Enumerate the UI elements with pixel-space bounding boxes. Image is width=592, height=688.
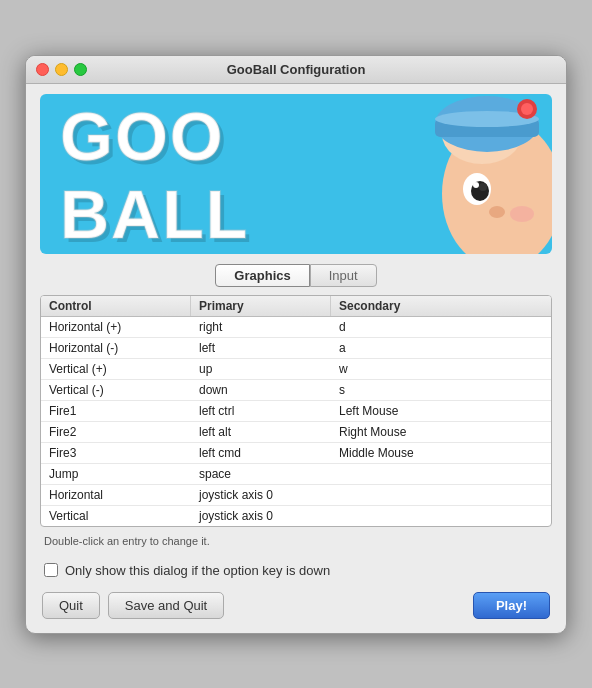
table-row[interactable]: Jumpspace (41, 464, 551, 485)
col-header-secondary: Secondary (331, 296, 551, 316)
table-body: Horizontal (+)rightdHorizontal (-)leftaV… (41, 317, 551, 526)
close-button[interactable] (36, 63, 49, 76)
cell-control: Jump (41, 464, 191, 484)
checkbox-row: Only show this dialog if the option key … (40, 563, 552, 578)
cell-control: Vertical (-) (41, 380, 191, 400)
col-header-control: Control (41, 296, 191, 316)
cell-secondary: d (331, 317, 551, 337)
maximize-button[interactable] (74, 63, 87, 76)
banner-character (372, 94, 552, 254)
window-title: GooBall Configuration (227, 62, 366, 77)
cell-secondary: Left Mouse (331, 401, 551, 421)
save-and-quit-button[interactable]: Save and Quit (108, 592, 224, 619)
cell-primary: up (191, 359, 331, 379)
banner-ball: BALL (60, 182, 249, 247)
table-row[interactable]: Fire1left ctrlLeft Mouse (41, 401, 551, 422)
traffic-lights (36, 63, 87, 76)
quit-button[interactable]: Quit (42, 592, 100, 619)
window-content: GOO BALL (26, 84, 566, 633)
cell-secondary (331, 485, 551, 505)
cell-control: Fire2 (41, 422, 191, 442)
col-header-primary: Primary (191, 296, 331, 316)
banner-goo: GOO (60, 104, 225, 169)
tabs-row: Graphics Input (40, 264, 552, 287)
button-row: Quit Save and Quit Play! (40, 592, 552, 619)
minimize-button[interactable] (55, 63, 68, 76)
table-row[interactable]: Horizontal (-)lefta (41, 338, 551, 359)
cell-secondary: Middle Mouse (331, 443, 551, 463)
cell-secondary (331, 464, 551, 484)
svg-point-12 (510, 206, 534, 222)
cell-secondary: w (331, 359, 551, 379)
main-window: GooBall Configuration GOO BALL (25, 55, 567, 634)
svg-point-10 (473, 182, 479, 188)
svg-point-9 (479, 183, 487, 191)
titlebar: GooBall Configuration (26, 56, 566, 84)
left-buttons: Quit Save and Quit (42, 592, 224, 619)
play-button[interactable]: Play! (473, 592, 550, 619)
svg-point-11 (489, 206, 505, 218)
cell-primary: right (191, 317, 331, 337)
cell-secondary (331, 506, 551, 526)
cell-primary: left alt (191, 422, 331, 442)
cell-secondary: s (331, 380, 551, 400)
cell-primary: joystick axis 0 (191, 506, 331, 526)
tab-graphics[interactable]: Graphics (215, 264, 309, 287)
cell-secondary: a (331, 338, 551, 358)
table-row[interactable]: Horizontaljoystick axis 0 (41, 485, 551, 506)
table-row[interactable]: Verticaljoystick axis 0 (41, 506, 551, 526)
svg-point-6 (521, 103, 533, 115)
cell-primary: left (191, 338, 331, 358)
table-row[interactable]: Vertical (-)downs (41, 380, 551, 401)
tab-input[interactable]: Input (310, 264, 377, 287)
cell-control: Vertical (41, 506, 191, 526)
option-key-checkbox[interactable] (44, 563, 58, 577)
banner-image: GOO BALL (40, 94, 552, 254)
cell-control: Fire3 (41, 443, 191, 463)
table-row[interactable]: Vertical (+)upw (41, 359, 551, 380)
table-header: Control Primary Secondary (41, 296, 551, 317)
cell-control: Horizontal (-) (41, 338, 191, 358)
cell-secondary: Right Mouse (331, 422, 551, 442)
cell-primary: joystick axis 0 (191, 485, 331, 505)
cell-control: Horizontal (+) (41, 317, 191, 337)
cell-primary: space (191, 464, 331, 484)
hint-text: Double-click an entry to change it. (40, 533, 552, 553)
table-row[interactable]: Fire2left altRight Mouse (41, 422, 551, 443)
table-row[interactable]: Fire3left cmdMiddle Mouse (41, 443, 551, 464)
controls-table: Control Primary Secondary Horizontal (+)… (40, 295, 552, 527)
cell-control: Horizontal (41, 485, 191, 505)
cell-control: Fire1 (41, 401, 191, 421)
cell-primary: left cmd (191, 443, 331, 463)
cell-control: Vertical (+) (41, 359, 191, 379)
cell-primary: left ctrl (191, 401, 331, 421)
cell-primary: down (191, 380, 331, 400)
checkbox-label: Only show this dialog if the option key … (65, 563, 330, 578)
table-row[interactable]: Horizontal (+)rightd (41, 317, 551, 338)
